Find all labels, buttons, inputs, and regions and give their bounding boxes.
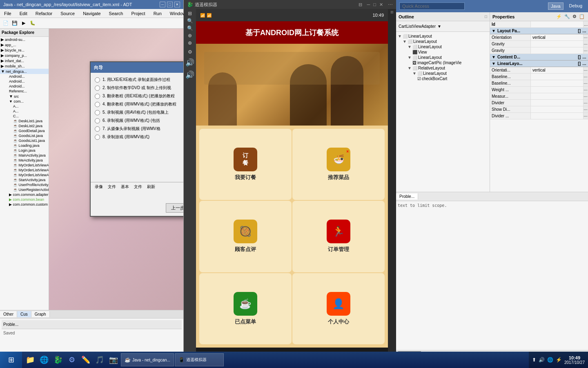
tree-item-desklist1[interactable]: ☕ DeskList1.java	[0, 119, 49, 123]
emu-tool-5[interactable]: ⊕	[188, 40, 192, 46]
tree-item-userregister[interactable]: ☕ UserRegisterActivity.java	[0, 187, 49, 192]
menu-card-ordered[interactable]: ☕ 已点菜单	[199, 273, 292, 344]
tree-item-com-adapter[interactable]: ▶ com.common.adapter	[0, 192, 49, 197]
prop-baseline1-btn[interactable]: …	[583, 74, 588, 80]
prop-tool-1[interactable]: ⚡	[555, 14, 563, 19]
outline-imagecartpic[interactable]: 🖼 imageCartPic (ImageVie	[398, 60, 488, 65]
prop-baseline1-value[interactable]	[531, 74, 583, 80]
emu-close-btn[interactable]: ✕	[379, 2, 383, 7]
taskbar-tool3[interactable]: ✏️	[79, 353, 92, 366]
adapter-dropdown[interactable]: ▼	[437, 24, 441, 29]
menu-file[interactable]: File	[2, 10, 14, 17]
taskbar-emulator[interactable]: 📱 逍遥模拟器	[175, 353, 224, 366]
restore-icon[interactable]: ⊟	[359, 2, 362, 7]
new-btn[interactable]: 📄	[2, 19, 10, 27]
emu-tool-2[interactable]: 🔍	[187, 18, 193, 24]
tab-cus[interactable]: Cus	[17, 311, 31, 317]
tree-item-com[interactable]: ▼ com...	[0, 99, 49, 104]
emu-tool-volume[interactable]: 🔊	[185, 58, 194, 67]
tree-item-startactivity[interactable]: ☕ StartActivity.java	[0, 177, 49, 182]
taskbar-tool4[interactable]: 🎵	[93, 353, 106, 366]
wizard-radio-8[interactable]	[95, 135, 100, 140]
tree-item-com-custom[interactable]: ▶ com.common.custom	[0, 202, 49, 207]
prop-divider2-btn[interactable]: …	[583, 113, 588, 119]
menu-card-manage[interactable]: 🏃 订单管理	[292, 201, 385, 272]
outline-linear2[interactable]: ▼ ⬜ LinearLayout	[398, 39, 488, 44]
menu-card-review[interactable]: 🥘 顾客点评	[199, 201, 292, 272]
prop-gravity2-value[interactable]	[531, 47, 583, 54]
close-btn[interactable]: ✕	[174, 2, 180, 7]
prop-gravity2-btn[interactable]: …	[583, 47, 588, 54]
tree-item-company[interactable]: ▶ company_p...	[0, 53, 49, 58]
tree-item-android1[interactable]: Android...	[0, 74, 49, 79]
tree-item-com-bean[interactable]: ▶ com.common.bean	[0, 197, 49, 202]
debug-btn[interactable]: 🐛	[29, 19, 37, 27]
tree-item-loading[interactable]: ☕ Loading.java	[0, 143, 49, 148]
prop-measur-btn[interactable]: …	[583, 93, 588, 99]
wizard-radio-7[interactable]	[95, 126, 100, 132]
tree-item-mobile[interactable]: ▶ mobile_sh...	[0, 63, 49, 69]
tree-item-net-dingcan[interactable]: ▼ net_dingca...	[0, 69, 49, 74]
tree-item-a1[interactable]: A...	[0, 104, 49, 109]
prop-orientati-btn[interactable]: …	[583, 67, 588, 73]
prop-orientation-btn[interactable]: …	[583, 34, 588, 40]
taskbar-tool2[interactable]: ⚙	[65, 353, 78, 366]
outline-linear1[interactable]: ▼ ⬜ LinearLayout	[398, 34, 488, 39]
wizard-radio-5[interactable]	[95, 110, 100, 115]
start-button[interactable]: ⊞	[0, 352, 22, 368]
outline-view[interactable]: ⬛ View	[398, 49, 488, 55]
tree-item-bicycle[interactable]: ▶ bicycle_re...	[0, 47, 49, 53]
tray-clock[interactable]: 10:49 2017/10/27	[564, 355, 585, 365]
wizard-prev-btn[interactable]: 上一步	[166, 203, 183, 213]
tree-item-myorderlist[interactable]: ☕ MyOrderListViewActivity.java	[0, 163, 49, 168]
prop-gravity-value[interactable]	[531, 41, 583, 47]
prop-baseline2-btn[interactable]: …	[583, 80, 588, 86]
tree-item-mainactivity[interactable]: ☕ MainActivity.java	[0, 153, 49, 158]
outline-checkbox[interactable]: ☑ checkBoxCart	[398, 76, 488, 81]
tree-item-src[interactable]: ▼ src	[0, 94, 49, 99]
prop-weight-value[interactable]	[531, 87, 583, 93]
taskbar-tool1[interactable]: 🐉	[51, 353, 65, 366]
tab-problems-btn[interactable]: Proble...	[396, 193, 418, 200]
prop-tool-3[interactable]: ⚙	[572, 14, 577, 19]
debug-perspective-btn[interactable]: Debug	[567, 2, 585, 10]
prop-showdi-value[interactable]	[531, 106, 583, 112]
emu-max-btn[interactable]: □	[373, 2, 376, 7]
menu-search[interactable]: Search	[107, 10, 126, 17]
prop-baseline2-value[interactable]	[531, 80, 583, 86]
taskbar-tool5[interactable]: 📷	[107, 353, 120, 366]
tree-item-android2[interactable]: Android...	[0, 79, 49, 84]
tree-item-gooddetail[interactable]: ☕ GoodDetail.java	[0, 128, 49, 133]
prop-content-btn[interactable]: …	[582, 55, 586, 59]
tree-item-c[interactable]: C...	[0, 114, 49, 119]
tree-item-userprofile[interactable]: ☕ UserProfileActivity.java	[0, 182, 49, 187]
save-btn[interactable]: 💾	[11, 19, 19, 27]
section-expand-icon[interactable]: ▼	[492, 29, 496, 33]
emu-tool-1[interactable]: ⊞	[188, 11, 192, 16]
taskbar-adt[interactable]: ☕ Java - net_dingcan...	[121, 353, 174, 366]
taskbar-explorer[interactable]: 📁	[24, 353, 37, 366]
menu-edit[interactable]: Edit	[17, 10, 30, 17]
tree-item-meactivity[interactable]: ☕ MeActivity.java	[0, 158, 49, 163]
run-btn[interactable]: ▶	[20, 19, 28, 27]
tree-item-refernce[interactable]: Referenc...	[0, 89, 49, 94]
maximize-btn[interactable]: □	[167, 2, 173, 7]
menu-refactor[interactable]: Refactor	[33, 10, 55, 17]
wizard-radio-3[interactable]	[95, 94, 100, 99]
tree-item-myorderlist1[interactable]: ☕ MyOrderListViewActivity1.java	[0, 173, 49, 177]
ll-expand-icon[interactable]: ▼	[492, 61, 496, 66]
menu-card-recommend[interactable]: 🍜 × 推荐菜品	[292, 129, 385, 200]
prop-id-value[interactable]	[531, 21, 583, 27]
wizard-radio-2[interactable]	[95, 85, 100, 91]
menu-source[interactable]: Source	[58, 10, 77, 17]
menu-card-profile[interactable]: 👤 个人中心	[292, 273, 385, 344]
prop-weight-btn[interactable]: …	[583, 87, 588, 93]
tree-item-app[interactable]: ▶ app_...	[0, 42, 49, 47]
prop-tool-4[interactable]: 📋	[578, 14, 586, 19]
tree-item-android-su[interactable]: ▶ android-su...	[0, 37, 49, 42]
prop-showdi-btn[interactable]: …	[583, 106, 588, 112]
prop-id-expand[interactable]: …	[583, 21, 588, 27]
minimize-btn[interactable]: ─	[160, 2, 165, 7]
tree-item-myorderlist0[interactable]: ☕ MyOrderListViewActivity0.java	[0, 168, 49, 173]
java-perspective-btn[interactable]: Java	[548, 2, 563, 10]
